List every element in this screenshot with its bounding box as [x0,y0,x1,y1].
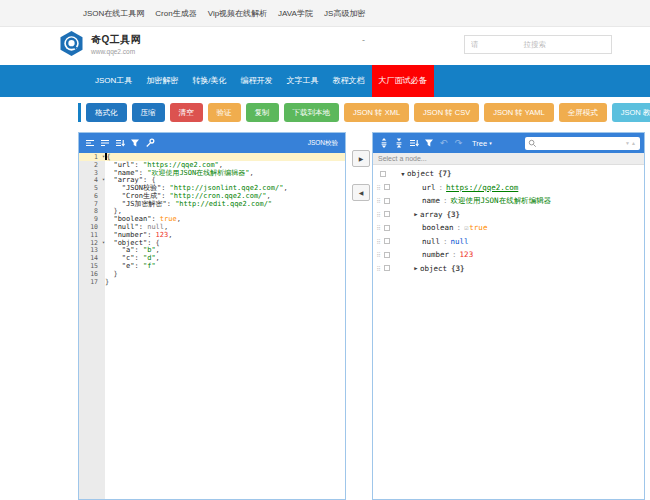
fold-marker-icon[interactable]: ▾ [102,239,105,245]
node-field[interactable]: boolean [422,223,454,232]
expand-all-icon[interactable] [377,137,390,150]
node-field[interactable]: url [422,183,436,192]
action-button[interactable]: 格式化 [86,103,127,122]
code-text: "c": "d", [105,254,160,262]
code-line: 12▾ "object": { [79,239,345,247]
undo-icon[interactable]: ↶ [437,137,450,150]
fold-marker-icon[interactable]: ▾ [102,176,105,182]
line-number: 13 [79,247,105,255]
expand-triangle-icon[interactable]: ▶ [412,211,420,217]
node-checkbox[interactable] [384,225,390,231]
nav-item[interactable]: 加密解密 [139,65,185,97]
node-value[interactable]: https://qqe2.com [446,183,518,192]
code-text: "e": "f" [105,262,156,270]
drag-handle-icon[interactable]: ⠿ [375,197,382,204]
sort-icon[interactable] [407,137,420,150]
topbar-link[interactable]: JSON在线工具网 [83,8,144,19]
node-count: {7} [438,169,452,178]
send-to-tree-button[interactable]: ▶ [352,150,370,167]
topbar-link[interactable]: JS高级加密 [324,8,365,19]
transform-filter-icon[interactable] [422,137,435,150]
code-text: "number": 123, [105,231,172,239]
node-value[interactable]: 欢迎使用JSON在线解析编辑器 [451,196,552,206]
search-icon [528,139,537,148]
action-button[interactable]: 全屏模式 [559,103,607,122]
logo[interactable]: 奇Q工具网 www.qqe2.com [58,30,141,57]
node-field[interactable]: array [420,210,443,219]
action-button[interactable]: JSON 转 XML [344,103,409,122]
tree-row[interactable]: ⠿url:https://qqe2.com [373,181,644,195]
transform-filter-icon[interactable] [128,137,141,150]
node-checkbox[interactable] [384,211,390,217]
format-icon[interactable] [83,137,96,150]
fold-marker-icon[interactable]: ▾ [102,153,105,159]
node-field[interactable]: object [407,169,434,178]
collapse-all-icon[interactable] [392,137,405,150]
drag-handle-icon[interactable]: ⠿ [375,265,382,272]
action-button[interactable]: 下载到本地 [284,103,340,122]
drag-handle-icon[interactable]: ⠿ [375,224,382,231]
site-name: 奇Q工具网 [91,33,141,47]
code-editor[interactable]: 1▾{2 "url": "https://qqe2.com",3 "name":… [79,153,345,499]
tree-row[interactable]: ⠿null:null [373,235,644,249]
tree-search-input[interactable] [537,140,625,147]
node-field[interactable]: number [422,250,449,259]
drag-handle-icon[interactable]: ⠿ [375,184,382,191]
redo-icon[interactable]: ↷ [452,137,465,150]
action-button[interactable]: 复制 [246,103,279,122]
action-button[interactable]: 清空 [170,103,203,122]
node-status-bar: Select a node... [373,153,644,165]
node-checkbox[interactable] [384,184,390,190]
nav-item[interactable]: 文字工具 [280,65,326,97]
site-search-input[interactable] [464,35,612,54]
node-checkbox[interactable] [384,265,390,271]
tree-row[interactable]: ⠿boolean:☑true [373,221,644,235]
field-value-separator: : [452,250,457,259]
page: JSON在线工具网Cron生成器Vip视频在线解析JAVA学院JS高级加密 奇Q… [0,0,650,500]
tree-row[interactable]: ⠿number:123 [373,248,644,262]
node-checkbox[interactable] [384,238,390,244]
drag-handle-icon[interactable]: ⠿ [375,238,382,245]
nav-item[interactable]: JSON工具 [88,65,139,97]
action-button[interactable]: JSON 转 YAML [484,103,554,122]
code-line: 15 "e": "f" [79,262,345,270]
nav-item[interactable]: 教程文档 [326,65,372,97]
compact-icon[interactable] [98,137,111,150]
node-field[interactable]: name [422,196,440,205]
nav-item[interactable]: 编程开发 [234,65,280,97]
expand-triangle-icon[interactable]: ▼ [399,171,407,177]
tree-row[interactable]: ▼object{7} [373,167,644,181]
action-button[interactable]: JSON 教程 [612,103,650,122]
action-button[interactable]: 验证 [208,103,241,122]
topbar-link[interactable]: Cron生成器 [155,8,196,19]
node-checkbox[interactable] [380,171,386,177]
tree-row[interactable]: ⠿▶object{3} [373,262,644,276]
expand-triangle-icon[interactable]: ▶ [412,265,420,271]
nav-item[interactable]: 大厂面试必备 [372,65,434,97]
node-checkbox[interactable] [384,252,390,258]
sort-icon[interactable] [113,137,126,150]
boolean-checkbox-icon[interactable]: ☑ [464,224,468,232]
topbar-link[interactable]: JAVA学院 [278,8,313,19]
tree-row[interactable]: ⠿▶array{3} [373,208,644,222]
node-field[interactable]: null [422,237,440,246]
tree-row[interactable]: ⠿name:欢迎使用JSON在线解析编辑器 [373,194,644,208]
mode-selector[interactable]: Tree ▾ [472,139,492,148]
code-text: "object": { [105,239,160,247]
json-validate-link[interactable]: JSON校验 [308,139,341,148]
node-value[interactable]: true [469,223,487,232]
nav-item[interactable]: 转换/美化 [185,65,233,97]
action-button[interactable]: 压缩 [132,103,165,122]
action-button[interactable]: JSON 转 CSV [414,103,479,122]
code-text: "a": "b", [105,246,160,254]
node-checkbox[interactable] [384,198,390,204]
topbar-link[interactable]: Vip视频在线解析 [208,8,267,19]
repair-wrench-icon[interactable] [143,137,156,150]
node-value[interactable]: 123 [460,250,474,259]
drag-handle-icon[interactable]: ⠿ [375,211,382,218]
node-value[interactable]: null [451,237,469,246]
drag-handle-icon[interactable]: ⠿ [375,251,382,258]
search-prev-next-icons[interactable]: ▼▲ [625,140,637,146]
send-to-code-button[interactable]: ◀ [352,184,370,201]
node-field[interactable]: object [420,264,447,273]
